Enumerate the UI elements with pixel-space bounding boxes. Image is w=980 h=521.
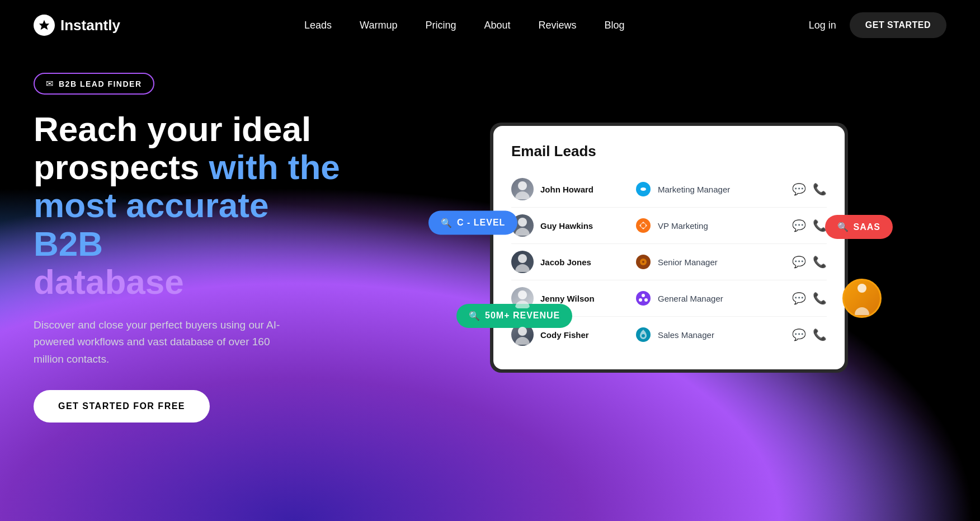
- role-icon-2: [634, 217, 652, 234]
- role-label-3: Senior Manager: [658, 257, 718, 267]
- table-row: John Howard Marketing Manager 💬 📞: [511, 171, 827, 208]
- head: [518, 254, 527, 263]
- table-row: Jacob Jones Senior Manager 💬 📞: [511, 244, 827, 280]
- role-label-1: Marketing Manager: [658, 185, 730, 194]
- title-line2: prospects: [34, 148, 209, 186]
- person-john-howard: John Howard: [511, 178, 623, 200]
- badge-label: B2B LEAD FINDER: [59, 79, 142, 88]
- nav-get-started-button[interactable]: GET STARTED: [850, 12, 946, 38]
- hero-right: 🔍 C - LEVEL 🔍 SAAS 🔍 50M+ REVENUE: [392, 123, 946, 373]
- hero-title: Reach your ideal prospects with the most…: [34, 110, 347, 301]
- navbar: Instantly Leads Warmup Pricing About Rev…: [0, 0, 980, 50]
- avatar-body: [855, 307, 869, 315]
- silhouette: [511, 287, 534, 309]
- phone-icon-4[interactable]: 📞: [813, 292, 827, 305]
- hero-left: ✉ B2B LEAD FINDER Reach your ideal prosp…: [34, 73, 347, 423]
- nav-reviews[interactable]: Reviews: [539, 20, 577, 31]
- actions-jacob: 💬 📞: [792, 255, 827, 269]
- phone-icon-5[interactable]: 📞: [813, 328, 827, 341]
- title-line3: most accurate B2B: [34, 186, 268, 262]
- name-jacob-jones: Jacob Jones: [540, 257, 591, 267]
- role-icon-3: [634, 253, 652, 271]
- avatar-head: [858, 284, 866, 293]
- silhouette: [511, 323, 534, 346]
- floating-avatar: [842, 279, 882, 318]
- actions-cody: 💬 📞: [792, 328, 827, 341]
- body: [515, 191, 530, 199]
- nav-actions: Log in GET STARTED: [809, 12, 946, 38]
- chat-icon-4[interactable]: 💬: [792, 292, 806, 305]
- name-cody-fisher: Cody Fisher: [540, 330, 589, 340]
- head: [518, 218, 527, 227]
- nav-pricing[interactable]: Pricing: [425, 20, 456, 31]
- nav-about[interactable]: About: [484, 20, 510, 31]
- role-general-manager: General Manager: [623, 289, 792, 307]
- nav-leads[interactable]: Leads: [304, 20, 332, 31]
- phone-icon-3[interactable]: 📞: [813, 255, 827, 269]
- name-john-howard: John Howard: [540, 185, 593, 194]
- role-icon-1: [634, 180, 652, 198]
- person-jacob-jones: Jacob Jones: [511, 251, 623, 273]
- head: [518, 290, 527, 299]
- role-marketing-manager: Marketing Manager: [623, 180, 792, 198]
- svg-point-8: [642, 294, 645, 297]
- search-icon-saas: 🔍: [837, 222, 849, 232]
- logo-text: Instantly: [60, 17, 120, 34]
- c-level-badge: 🔍 C - LEVEL: [428, 210, 517, 234]
- c-level-label: C - LEVEL: [457, 218, 505, 228]
- role-label-2: VP Marketing: [658, 221, 708, 231]
- head: [518, 181, 527, 190]
- avatar-silhouette: [844, 280, 880, 316]
- person-cody-fisher: Cody Fisher: [511, 323, 623, 346]
- b2b-badge: ✉ B2B LEAD FINDER: [34, 73, 154, 95]
- leads-card-wrapper: 🔍 C - LEVEL 🔍 SAAS 🔍 50M+ REVENUE: [490, 123, 848, 373]
- role-label-4: General Manager: [658, 294, 723, 303]
- svg-point-7: [636, 291, 651, 306]
- logo[interactable]: Instantly: [34, 15, 120, 36]
- table-row: Guy Hawkins VP Marketing 💬 📞: [511, 208, 827, 244]
- svg-marker-0: [39, 20, 49, 30]
- leads-card: Email Leads John Howard: [493, 126, 845, 369]
- actions-john: 💬 📞: [792, 182, 827, 196]
- svg-point-12: [642, 334, 645, 337]
- login-button[interactable]: Log in: [809, 20, 836, 31]
- svg-point-9: [639, 298, 642, 302]
- svg-point-10: [644, 298, 648, 302]
- avatar-guy: [511, 214, 534, 237]
- person-guy-hawkins: Guy Hawkins: [511, 214, 623, 237]
- nav-blog[interactable]: Blog: [605, 20, 625, 31]
- logo-icon: [34, 15, 55, 36]
- svg-point-6: [642, 261, 644, 263]
- saas-badge: 🔍 SAAS: [825, 215, 893, 239]
- badge-envelope-icon: ✉: [46, 78, 53, 89]
- title-colored: with the: [209, 148, 340, 186]
- role-icon-4: [634, 289, 652, 307]
- role-icon-5: [634, 326, 652, 344]
- chat-icon-1[interactable]: 💬: [792, 182, 806, 196]
- body: [515, 228, 530, 236]
- revenue-label: 50M+ REVENUE: [485, 311, 560, 321]
- body: [515, 264, 530, 272]
- body: [515, 337, 530, 345]
- avatar-cody: [511, 323, 534, 346]
- chat-icon-5[interactable]: 💬: [792, 328, 806, 341]
- nav-links: Leads Warmup Pricing About Reviews Blog: [304, 20, 625, 31]
- chat-icon-3[interactable]: 💬: [792, 255, 806, 269]
- card-outer: Email Leads John Howard: [490, 123, 848, 373]
- leads-card-title: Email Leads: [511, 143, 827, 160]
- search-icon-clevel: 🔍: [441, 217, 453, 228]
- phone-icon-1[interactable]: 📞: [813, 182, 827, 196]
- avatar-jenny: [511, 287, 534, 309]
- name-jenny-wilson: Jenny Wilson: [540, 294, 595, 303]
- body: [515, 301, 530, 308]
- svg-point-3: [641, 223, 646, 228]
- head: [518, 327, 527, 336]
- avatar-jacob: [511, 251, 534, 273]
- name-guy-hawkins: Guy Hawkins: [540, 221, 593, 231]
- chat-icon-2[interactable]: 💬: [792, 219, 806, 232]
- role-sales-manager: Sales Manager: [623, 326, 792, 344]
- nav-warmup[interactable]: Warmup: [360, 20, 397, 31]
- cta-button[interactable]: GET STARTED FOR FREE: [34, 390, 210, 423]
- actions-guy: 💬 📞: [792, 219, 827, 232]
- role-label-5: Sales Manager: [658, 330, 714, 340]
